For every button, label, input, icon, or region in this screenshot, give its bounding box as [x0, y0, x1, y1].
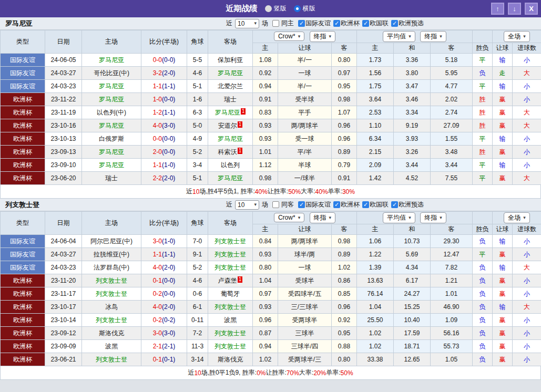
avg-time-select[interactable]: 终指▾	[420, 31, 446, 42]
goals-outcome-cell: 小	[513, 314, 541, 327]
avg-draw-cell: 4.52	[394, 172, 431, 185]
title-group: 近期战绩 竖版 横版	[0, 4, 541, 14]
competition-checkbox[interactable]: ✓	[298, 201, 305, 208]
goals-outcome-cell: 大	[513, 119, 541, 132]
avg-away-cell: 27.09	[431, 119, 473, 132]
result-outcome-cell: 胜	[473, 119, 493, 132]
summary-segment: 30%	[342, 188, 355, 195]
summary-segment: 0%	[257, 369, 266, 377]
result-outcome-cell: 平	[473, 80, 493, 93]
odds-time-select[interactable]: 终指▾	[310, 212, 336, 223]
avg-home-cell: 25.50	[357, 314, 394, 327]
corners-cell: 7-0	[187, 235, 208, 248]
corners-cell: 5-5	[187, 54, 208, 67]
odds-handicap-cell: 受球半	[278, 274, 332, 287]
score-cell: 4-0(2-0)	[141, 301, 187, 314]
match-type: 欧洲杯	[1, 119, 45, 132]
handicap-outcome-cell: 赢	[493, 93, 513, 106]
move-down-button[interactable]: ↓	[508, 3, 521, 15]
avg-home-cell: 1.42	[357, 172, 394, 185]
goals-outcome-cell: 小	[513, 353, 541, 366]
move-up-button[interactable]: ↑	[491, 3, 504, 15]
radio-icon[interactable]	[294, 5, 301, 12]
match-type: 国际友谊	[1, 67, 45, 80]
corners-cell: 5-0	[187, 119, 208, 132]
away-team: 列支敦士登	[208, 248, 253, 261]
result-outcome-cell: 负	[473, 301, 493, 314]
odds-time-select[interactable]: 终指▾	[310, 31, 336, 42]
filter-games-label: 场	[262, 200, 268, 209]
odds-home-cell: 0.91	[253, 93, 278, 106]
avg-away-cell: 12.47	[431, 248, 473, 261]
avg-time-select[interactable]: 终指▾	[420, 212, 446, 223]
corners-cell: 3-4	[187, 159, 208, 172]
odds-handicap-cell: 受两球半	[278, 314, 332, 327]
col-handicap-result: 让球	[493, 43, 513, 54]
result-outcome-cell: 胜	[473, 146, 493, 159]
match-type: 国际友谊	[1, 235, 45, 248]
col-avg-draw: 和	[394, 224, 431, 235]
matches-table: 类型 日期 主场 比分(半场) 角球 客场 Crow*▾ 终指▾ 平均值▾ 终指…	[0, 211, 541, 366]
odds-home-cell: 1.04	[253, 274, 278, 287]
col-odds-handicap: 让球	[278, 43, 332, 54]
home-team: 以色列(中)	[82, 106, 141, 119]
match-date: 23-11-17	[45, 287, 82, 301]
close-button[interactable]: X	[525, 3, 538, 15]
col-avg-home: 主	[357, 224, 394, 235]
same-venue-checkbox[interactable]	[272, 201, 279, 208]
odds-away-cell: 0.86	[332, 274, 357, 287]
avg-draw-cell: 10.73	[394, 235, 431, 248]
view-option-vertical[interactable]: 竖版	[265, 4, 287, 13]
home-team: 哥伦比亚(中)	[82, 67, 141, 80]
competition-checkbox[interactable]: ✓	[333, 20, 340, 27]
odds-company-select[interactable]: Crow*▾	[274, 32, 304, 41]
scope-select[interactable]: 全场▾	[504, 212, 530, 223]
avg-draw-cell: 6.17	[394, 274, 431, 287]
odds-away-cell: 0.95	[332, 327, 357, 340]
corners-cell: 7-2	[187, 327, 208, 340]
summary-segment: 让胜率:	[268, 187, 288, 196]
away-team: 卢森堡1	[208, 274, 253, 287]
home-team: 罗马尼亚	[82, 146, 141, 159]
match-date: 23-10-17	[45, 301, 82, 314]
competition-checkbox[interactable]: ✓	[391, 201, 398, 208]
competition-checkbox-label: 欧洲杯	[341, 19, 360, 28]
competition-checkbox[interactable]: ✓	[362, 20, 369, 27]
same-venue-checkbox[interactable]	[272, 20, 279, 27]
odds-home-cell: 0.93	[253, 132, 278, 146]
chevron-down-icon: ▾	[298, 215, 301, 220]
competition-checkbox[interactable]: ✓	[362, 201, 369, 208]
result-outcome-cell: 平	[473, 54, 493, 67]
home-team: 罗马尼亚	[82, 80, 141, 93]
corners-cell: 6-1	[187, 301, 208, 314]
odds-company-select[interactable]: Crow*▾	[274, 213, 304, 222]
col-type: 类型	[1, 212, 45, 235]
handicap-outcome-cell: 赢	[493, 287, 513, 301]
avg-home-cell: 1.22	[357, 248, 394, 261]
competition-checkbox-label: 欧国联	[370, 19, 389, 28]
match-count-select[interactable]: 10 ▾	[235, 200, 259, 210]
handicap-outcome-cell: 赢	[493, 353, 513, 366]
empty-header-cell	[473, 30, 493, 43]
odds-handicap-cell: 受两球半/三	[278, 353, 332, 366]
goals-outcome-cell: 小	[513, 93, 541, 106]
avg-draw-cell: 3.93	[394, 132, 431, 146]
scope-select[interactable]: 全场▾	[504, 31, 530, 42]
avg-source-select[interactable]: 平均值▾	[383, 31, 415, 42]
radio-icon[interactable]	[265, 5, 272, 12]
avg-home-cell: 6.34	[357, 132, 394, 146]
col-handicap-result: 让球	[493, 224, 513, 235]
match-count-select[interactable]: 10 ▾	[235, 19, 259, 28]
view-option-horizontal[interactable]: 横版	[294, 4, 315, 13]
avg-home-cell: 76.14	[357, 287, 394, 301]
match-date: 23-11-20	[45, 274, 82, 287]
competition-checkbox[interactable]: ✓	[391, 20, 398, 27]
avg-source-select[interactable]: 平均值▾	[383, 212, 415, 223]
avg-home-cell: 3.64	[357, 93, 394, 106]
match-date: 23-09-12	[45, 327, 82, 340]
competition-checkbox[interactable]: ✓	[298, 20, 305, 27]
competition-checkbox[interactable]: ✓	[333, 201, 340, 208]
chevron-down-icon: ▾	[440, 215, 442, 220]
match-row: 欧洲杯23-10-14列支敦士登0-2(0-2)0-11波黑0.96受两球半0.…	[1, 314, 541, 327]
odds-handicap-cell: 三/三球半	[278, 301, 332, 314]
